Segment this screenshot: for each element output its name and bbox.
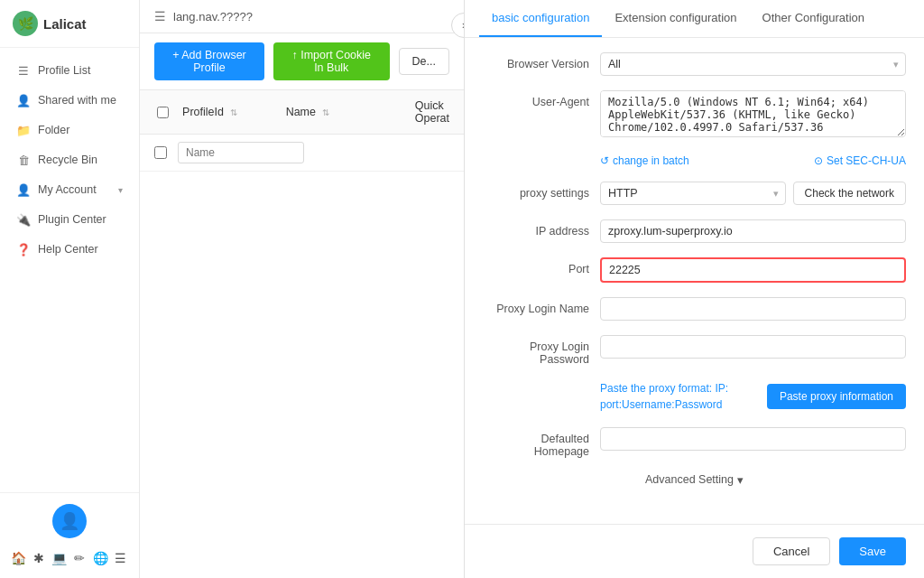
browser-version-row: Browser Version All: [483, 52, 906, 76]
tab-extension-configuration[interactable]: Extension configuration: [602, 0, 749, 37]
logo: 🌿 Lalicat: [0, 0, 139, 48]
proxy-login-password-input[interactable]: [600, 335, 906, 359]
sidebar-nav: ☰ Profile List 👤 Shared with me 📁 Folder…: [0, 48, 139, 492]
sidebar-item-my-account[interactable]: 👤 My Account ▾: [4, 175, 135, 204]
browser-version-select[interactable]: All: [600, 52, 906, 76]
sort-icon: ⇅: [322, 107, 329, 117]
browser-version-control: All: [600, 52, 906, 76]
user-agent-row: User-Agent Mozilla/5.0 (Windows NT 6.1; …: [483, 90, 906, 140]
change-in-batch-link[interactable]: ↺ change in batch: [600, 154, 689, 167]
asterisk-icon[interactable]: ✱: [30, 549, 48, 567]
quick-operation-column-header: Quick Operat: [415, 99, 449, 125]
help-icon: ❓: [16, 242, 31, 256]
main-header: ☰ lang.nav.?????: [140, 0, 464, 33]
panel-tabs: basic configuration Extension configurat…: [465, 0, 924, 38]
port-label: Port: [483, 257, 600, 275]
import-cookie-button[interactable]: ↑ Import Cookie In Bulk: [273, 42, 390, 80]
ip-address-control: zproxy.lum-superproxy.io: [600, 219, 906, 243]
menu-icon[interactable]: ☰: [112, 549, 130, 567]
profile-table: ProfileId ⇅ Name ⇅ Quick Operat: [140, 90, 464, 578]
add-browser-profile-button[interactable]: + Add Browser Profile: [154, 42, 264, 80]
sidebar-item-profile-list[interactable]: ☰ Profile List: [4, 56, 135, 85]
folder-icon: 📁: [16, 123, 31, 137]
sidebar-item-label: Profile List: [38, 64, 90, 77]
main-toolbar: + Add Browser Profile ↑ Import Cookie In…: [140, 33, 464, 90]
panel-body: Browser Version All User-Agent Mozilla/5…: [465, 38, 924, 524]
proxy-login-password-label: Proxy Login Password: [483, 335, 600, 366]
plugin-icon: 🔌: [16, 212, 31, 227]
port-control: 22225: [600, 257, 906, 283]
sidebar-item-label: Recycle Bin: [38, 154, 97, 166]
sidebar-item-folder[interactable]: 📁 Folder: [4, 116, 135, 144]
breadcrumb: lang.nav.?????: [173, 10, 253, 23]
panel-footer: Cancel Save: [465, 524, 924, 578]
proxy-login-name-label: Proxy Login Name: [483, 297, 600, 315]
sidebar-item-shared-with-me[interactable]: 👤 Shared with me: [4, 86, 135, 115]
sidebar-bottom: 👤 🏠 ✱ 💻 ✏ 🌐 ☰: [0, 492, 139, 578]
advanced-setting-button[interactable]: Advanced Setting ▾: [645, 473, 744, 487]
proxy-login-name-input[interactable]: [600, 297, 906, 321]
defaulted-homepage-row: Defaulted Homepage: [483, 427, 906, 458]
row-checkbox[interactable]: [154, 146, 167, 159]
logo-icon: 🌿: [13, 11, 38, 36]
sidebar-item-label: Help Center: [38, 243, 98, 256]
user-agent-control: Mozilla/5.0 (Windows NT 6.1; Win64; x64)…: [600, 90, 906, 140]
recycle-bin-icon: 🗑: [16, 153, 31, 167]
check-network-button[interactable]: Check the network: [793, 182, 906, 205]
circle-icon: ⊙: [814, 154, 823, 167]
user-agent-label: User-Agent: [483, 90, 600, 108]
sidebar-item-label: My Account: [38, 183, 97, 196]
account-icon: 👤: [16, 182, 31, 197]
browser-version-select-wrapper: All: [600, 52, 906, 76]
select-all-checkbox[interactable]: [154, 107, 171, 118]
edit-icon[interactable]: ✏: [70, 549, 88, 567]
table-row: [140, 135, 464, 172]
sidebar-item-label: Folder: [38, 124, 69, 136]
ua-links-row: ↺ change in batch ⊙ Set SEC-CH-UA: [600, 154, 906, 167]
globe-icon[interactable]: 🌐: [91, 549, 109, 567]
port-row: Port 22225: [483, 257, 906, 283]
profileid-column-header: ProfileId ⇅: [182, 106, 286, 118]
defaulted-homepage-label: Defaulted Homepage: [483, 427, 600, 458]
defaulted-homepage-control: [600, 427, 906, 451]
proxy-type-select[interactable]: HTTP SOCKS5 SOCKS4: [600, 182, 786, 205]
save-button[interactable]: Save: [839, 537, 906, 565]
ip-address-input[interactable]: zproxy.lum-superproxy.io: [600, 219, 906, 243]
chevron-down-icon: ▾: [118, 185, 123, 195]
tab-other-configuration[interactable]: Other Configuration: [750, 0, 877, 37]
proxy-login-password-control: [600, 335, 906, 359]
name-input[interactable]: [178, 142, 304, 163]
sidebar-item-label: Plugin Center: [38, 213, 106, 226]
tab-basic-configuration[interactable]: basic configuration: [479, 0, 602, 37]
proxy-settings-label: proxy settings: [483, 182, 600, 200]
shared-icon: 👤: [16, 93, 31, 107]
list-icon: ☰: [16, 63, 31, 78]
proxy-settings-control: HTTP SOCKS5 SOCKS4 Check the network: [600, 182, 906, 205]
ip-address-row: IP address zproxy.lum-superproxy.io: [483, 219, 906, 243]
logo-text: Lalicat: [43, 16, 87, 32]
sidebar-item-label: Shared with me: [38, 94, 116, 107]
paste-proxy-row: Paste the proxy format: IP: port:Usernam…: [600, 380, 906, 413]
home-icon[interactable]: 🏠: [9, 549, 27, 567]
cancel-button[interactable]: Cancel: [753, 537, 830, 565]
user-agent-textarea[interactable]: Mozilla/5.0 (Windows NT 6.1; Win64; x64)…: [600, 90, 906, 137]
avatar[interactable]: 👤: [0, 504, 139, 538]
defaulted-homepage-input[interactable]: [600, 427, 906, 451]
name-column-header: Name ⇅: [286, 106, 415, 118]
proxy-settings-row: proxy settings HTTP SOCKS5 SOCKS4 Check …: [483, 182, 906, 205]
sort-icon: ⇅: [230, 107, 237, 117]
proxy-login-password-row: Proxy Login Password: [483, 335, 906, 366]
dropdown-icon: ▾: [737, 473, 744, 487]
sidebar-item-plugin-center[interactable]: 🔌 Plugin Center: [4, 205, 135, 234]
sidebar-tools: 🏠 ✱ 💻 ✏ 🌐 ☰: [0, 549, 139, 567]
proxy-login-name-row: Proxy Login Name: [483, 297, 906, 321]
sidebar: 🌿 Lalicat ☰ Profile List 👤 Shared with m…: [0, 0, 140, 578]
port-input[interactable]: 22225: [600, 257, 906, 283]
paste-proxy-button[interactable]: Paste proxy information: [767, 384, 906, 409]
browser-version-label: Browser Version: [483, 52, 600, 70]
sidebar-item-recycle-bin[interactable]: 🗑 Recycle Bin: [4, 145, 135, 174]
delete-button[interactable]: De...: [399, 48, 449, 75]
monitor-icon[interactable]: 💻: [51, 549, 69, 567]
set-sec-ch-ua-link[interactable]: ⊙ Set SEC-CH-UA: [814, 154, 906, 167]
sidebar-item-help-center[interactable]: ❓ Help Center: [4, 235, 135, 264]
